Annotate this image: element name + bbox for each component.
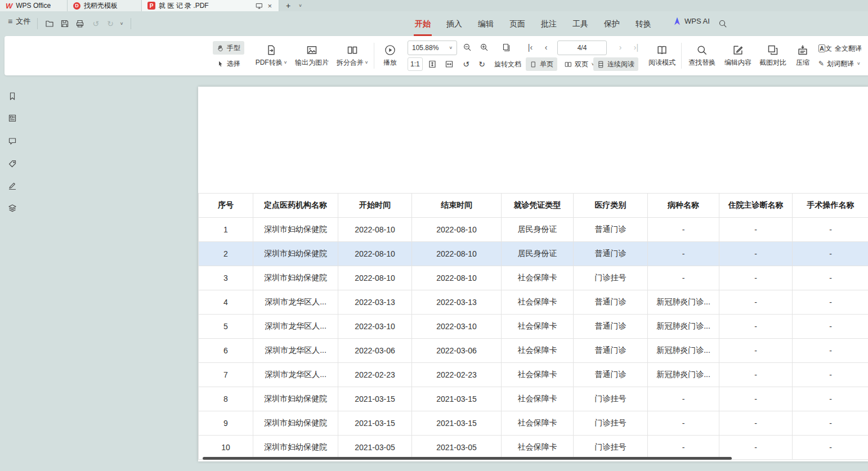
table-row[interactable]: 1 深圳市妇幼保健院 2022-08-10 2022-08-10 居民身份证 普… bbox=[199, 218, 868, 242]
find-replace-button[interactable]: 查找替换 bbox=[684, 39, 719, 72]
export-image-icon bbox=[306, 44, 317, 56]
file-menu-button[interactable]: ≡ 文件 bbox=[8, 16, 30, 26]
first-page-button[interactable]: |‹ bbox=[524, 41, 537, 54]
docer-icon: D bbox=[73, 2, 80, 10]
window-tab-bar: W WPS Office D 找稻壳模板 P 就 医 记 录 .PDF × + … bbox=[0, 0, 868, 11]
screenshot-compare-button[interactable]: 截图对比 bbox=[755, 39, 790, 72]
signature-panel-button[interactable] bbox=[7, 180, 18, 191]
hand-tool-button[interactable]: 手型 bbox=[213, 41, 244, 55]
fit-page-button[interactable] bbox=[500, 41, 513, 54]
tab-wps-office[interactable]: W WPS Office bbox=[0, 0, 68, 11]
split-merge-button[interactable]: 拆分合并∨ bbox=[333, 39, 372, 72]
save-button[interactable] bbox=[58, 17, 71, 30]
ribbon-tab[interactable]: 页面 bbox=[506, 16, 529, 33]
table-row[interactable]: 4 深圳市龙华区人... 2022-03-13 2022-03-13 社会保障卡… bbox=[199, 290, 868, 315]
zoom-select[interactable]: 105.88% ∨ bbox=[408, 41, 457, 55]
zoom-in-button[interactable] bbox=[477, 41, 491, 54]
open-file-button[interactable] bbox=[43, 17, 56, 30]
tab-list-chevron-icon[interactable]: ∨ bbox=[298, 3, 302, 8]
first-page-icon: |‹ bbox=[528, 43, 533, 52]
ribbon-tab[interactable]: 批注 bbox=[538, 16, 560, 33]
undo-history-chevron-icon[interactable]: ∨ bbox=[117, 17, 126, 30]
ribbon-tab[interactable]: 插入 bbox=[443, 16, 466, 33]
tab-label: 找稻壳模板 bbox=[84, 1, 118, 11]
pdf-convert-icon bbox=[266, 44, 277, 56]
undo-button[interactable]: ↺ bbox=[89, 17, 102, 30]
pdf-convert-button[interactable]: PDF转换∨ bbox=[252, 39, 290, 72]
annotations-panel-button[interactable] bbox=[7, 158, 18, 169]
compress-button[interactable]: 压缩 bbox=[790, 39, 815, 72]
single-page-button[interactable]: 单页 bbox=[526, 57, 557, 71]
menu-search-button[interactable] bbox=[716, 17, 730, 30]
horizontal-scrollbar[interactable] bbox=[203, 457, 732, 460]
column-header: 定点医药机构名称 bbox=[253, 194, 338, 218]
tab-label: 就 医 记 录 .PDF bbox=[159, 1, 209, 11]
ribbon-tab[interactable]: 编辑 bbox=[475, 16, 497, 33]
redo-button[interactable]: ↻ bbox=[104, 17, 117, 30]
last-page-button[interactable]: ›| bbox=[629, 41, 643, 54]
wps-ai-button[interactable]: WPS AI bbox=[673, 17, 710, 25]
table-row[interactable]: 5 深圳市龙华区人... 2022-03-10 2022-03-10 社会保障卡… bbox=[199, 315, 868, 339]
rotate-right-button[interactable]: ↻ bbox=[475, 57, 489, 71]
play-button[interactable]: 播放 bbox=[377, 39, 403, 72]
page-indicator: 4/4 bbox=[578, 44, 587, 52]
actual-size-button[interactable]: 1:1 bbox=[408, 57, 423, 71]
zoom-in-icon bbox=[480, 43, 489, 52]
thumbnails-panel-button[interactable] bbox=[7, 113, 18, 124]
new-tab-button[interactable]: + bbox=[286, 1, 290, 10]
compare-icon bbox=[767, 44, 778, 56]
export-image-button[interactable]: 输出为图片 bbox=[292, 39, 332, 72]
bookmarks-panel-button[interactable] bbox=[7, 91, 18, 102]
ribbon-tab[interactable]: 开始 bbox=[411, 16, 434, 33]
rotate-doc-button[interactable]: 旋转文档 bbox=[492, 57, 524, 71]
next-page-icon: › bbox=[619, 43, 622, 52]
next-page-button[interactable]: › bbox=[614, 41, 627, 54]
prev-page-button[interactable]: ‹ bbox=[539, 41, 553, 54]
print-button[interactable] bbox=[73, 17, 87, 30]
table-row[interactable]: 6 深圳市龙华区人... 2022-03-06 2022-03-06 社会保障卡… bbox=[199, 339, 868, 363]
edit-icon bbox=[732, 44, 744, 56]
column-header: 医疗类别 bbox=[574, 194, 648, 218]
file-menu-label: 文件 bbox=[16, 16, 30, 26]
word-translate-button[interactable]: ✎ 划词翻译 ∨ bbox=[818, 57, 861, 70]
comments-panel-button[interactable] bbox=[7, 136, 18, 147]
column-header: 序号 bbox=[199, 194, 253, 218]
chevron-down-icon: ∨ bbox=[857, 61, 861, 66]
ribbon-tab[interactable]: 工具 bbox=[569, 16, 592, 33]
column-header: 开始时间 bbox=[338, 194, 412, 218]
ribbon-tab[interactable]: 转换 bbox=[632, 16, 655, 33]
table-row[interactable]: 8 深圳市妇幼保健院 2021-03-15 2021-03-15 社会保障卡 门… bbox=[199, 387, 868, 411]
select-tool-button[interactable]: 选择 bbox=[213, 57, 244, 70]
continuous-read-icon bbox=[597, 61, 605, 68]
table-row[interactable]: 9 深圳市妇幼保健院 2021-03-15 2021-03-15 社会保障卡 门… bbox=[199, 411, 868, 436]
edit-content-button[interactable]: 编辑内容 bbox=[721, 39, 755, 72]
table-row[interactable]: 3 深圳市妇幼保健院 2022-08-10 2022-08-10 社会保障卡 门… bbox=[199, 266, 868, 290]
pen-translate-icon: ✎ bbox=[818, 60, 824, 67]
read-mode-button[interactable]: 阅读模式 bbox=[645, 39, 679, 72]
monitor-icon[interactable] bbox=[256, 2, 263, 10]
table-row[interactable]: 10 深圳市妇幼保健院 2021-03-05 2021-03-05 社会保障卡 … bbox=[199, 436, 868, 460]
tag-icon bbox=[8, 159, 17, 168]
wps-ai-label: WPS AI bbox=[684, 17, 710, 25]
tab-docer-templates[interactable]: D 找稻壳模板 bbox=[68, 0, 142, 11]
zoom-out-icon bbox=[463, 43, 472, 52]
bookmark-icon bbox=[8, 92, 17, 101]
tab-medical-record-pdf[interactable]: P 就 医 记 录 .PDF × bbox=[142, 0, 279, 11]
double-page-icon bbox=[565, 61, 572, 68]
zoom-out-button[interactable] bbox=[460, 41, 474, 54]
layers-panel-button[interactable] bbox=[7, 203, 18, 214]
full-translate-button[interactable]: A文 全文翻译 bbox=[818, 42, 862, 55]
ribbon-tab[interactable]: 保护 bbox=[601, 16, 623, 33]
table-row[interactable]: 7 深圳市龙华区人... 2022-02-23 2022-02-23 社会保障卡… bbox=[199, 363, 868, 387]
column-header: 病种名称 bbox=[648, 194, 719, 218]
redo-icon: ↻ bbox=[107, 20, 114, 28]
chevron-down-icon: ∨ bbox=[365, 60, 369, 65]
rotate-left-button[interactable]: ↺ bbox=[459, 57, 473, 71]
fit-height-button[interactable] bbox=[426, 57, 439, 71]
last-page-icon: ›| bbox=[634, 43, 638, 52]
fit-width-button[interactable] bbox=[442, 57, 456, 71]
continuous-read-button[interactable]: 连续阅读 bbox=[593, 57, 638, 71]
page-number-input[interactable]: 4/4 bbox=[557, 41, 607, 55]
table-row[interactable]: 2 深圳市妇幼保健院 2022-08-10 2022-08-10 居民身份证 普… bbox=[199, 242, 868, 266]
close-tab-icon[interactable]: × bbox=[266, 2, 273, 10]
